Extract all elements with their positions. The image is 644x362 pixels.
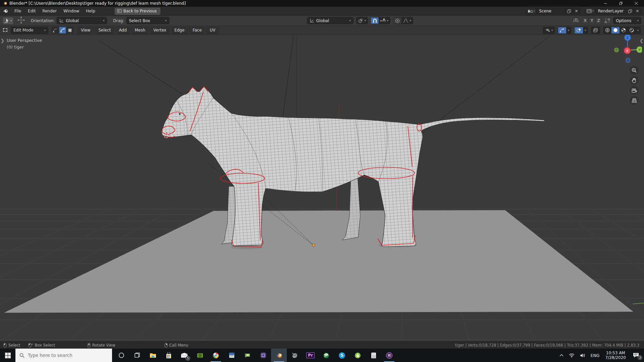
- app-file-explorer[interactable]: [145, 349, 161, 362]
- mode-dropdown[interactable]: Edit Mode ▾: [11, 27, 48, 34]
- scene-copy-button[interactable]: [565, 8, 573, 14]
- snap-toggle[interactable]: [371, 17, 379, 24]
- app-premiere[interactable]: Pr: [303, 349, 318, 362]
- toolbar-expand-chevron[interactable]: ❯: [1, 38, 4, 43]
- editor-type-icon[interactable]: [3, 28, 9, 33]
- app-calculator[interactable]: [366, 349, 381, 362]
- orientation-dropdown[interactable]: Global ▾: [57, 17, 107, 24]
- mouse-right-icon: [164, 343, 168, 348]
- app-chrome[interactable]: [208, 349, 224, 362]
- app-mail[interactable]: 5: [176, 349, 192, 362]
- gizmos-dropdown[interactable]: ▾: [566, 27, 571, 34]
- taskbar-search[interactable]: [15, 349, 112, 362]
- overlays-group: ▾: [574, 27, 588, 34]
- menu-view[interactable]: View: [77, 26, 94, 34]
- language-indicator[interactable]: ENG: [588, 349, 602, 362]
- app-pi-network[interactable]: π: [381, 349, 397, 362]
- back-to-previous-button[interactable]: Back to Previous: [115, 8, 161, 15]
- action-center[interactable]: 3: [629, 349, 643, 362]
- gizmo-axis-z-neg[interactable]: [626, 58, 630, 63]
- search-input[interactable]: [28, 353, 102, 358]
- app-mediainfo[interactable]: [318, 349, 334, 362]
- zoom-tool-button[interactable]: [630, 66, 639, 75]
- shading-dropdown[interactable]: ▾: [636, 27, 640, 34]
- window-title: Blender* [C:\Users\Blender\Desktop\tiger…: [9, 1, 186, 6]
- viewlayer-remove-button[interactable]: ✕: [634, 8, 641, 14]
- scene-unlink-button[interactable]: ✕: [573, 8, 580, 14]
- options-dropdown[interactable]: Options ▾: [613, 17, 641, 24]
- active-tool-button[interactable]: ▾: [3, 17, 13, 24]
- minimize-button[interactable]: [598, 0, 613, 7]
- app-password-safe[interactable]: [350, 349, 366, 362]
- menu-face[interactable]: Face: [189, 26, 205, 34]
- menu-render[interactable]: Render: [39, 7, 60, 15]
- vertex-select-mode-button[interactable]: [52, 27, 59, 34]
- clock[interactable]: 10:53 AM 7/28/2020: [602, 349, 629, 362]
- scene-icon[interactable]: ▾: [526, 8, 537, 14]
- show-gizmos-toggle[interactable]: [558, 27, 566, 34]
- menu-vertex[interactable]: Vertex: [150, 26, 170, 34]
- solid-shading-button[interactable]: [611, 27, 620, 34]
- pan-tool-button[interactable]: [630, 76, 639, 85]
- mirror-z-toggle[interactable]: Z: [595, 17, 602, 24]
- ortho-toggle-button[interactable]: [630, 96, 639, 105]
- app-nvidia[interactable]: [192, 349, 208, 362]
- snap-projection-icon[interactable]: [604, 18, 610, 23]
- mirror-x-toggle[interactable]: X: [582, 17, 588, 24]
- mirror-icon[interactable]: [573, 18, 579, 23]
- show-overlays-toggle[interactable]: [575, 27, 583, 34]
- app-blender[interactable]: [271, 349, 287, 362]
- scene-name[interactable]: Scene: [536, 9, 565, 13]
- menu-mesh[interactable]: Mesh: [131, 26, 149, 34]
- viewlayer-name[interactable]: RenderLayer: [595, 9, 626, 13]
- menu-edge[interactable]: Edge: [171, 26, 188, 34]
- blender-app-icon[interactable]: [3, 9, 8, 13]
- volume-icon[interactable]: [578, 349, 588, 362]
- xray-toggle[interactable]: [591, 27, 600, 34]
- menu-edit[interactable]: Edit: [24, 7, 39, 15]
- start-button[interactable]: [0, 349, 15, 362]
- menu-file[interactable]: File: [11, 7, 24, 15]
- edge-select-mode-button[interactable]: [59, 27, 66, 34]
- viewport-3d[interactable]: User Perspective (0) tiger ❯ ❮ Z Y X: [0, 35, 644, 341]
- overlays-dropdown[interactable]: ▾: [583, 27, 588, 34]
- proportional-falloff-dropdown[interactable]: ▾: [401, 17, 413, 24]
- menu-select[interactable]: Select: [95, 26, 114, 34]
- proportional-edit-toggle[interactable]: [393, 17, 401, 24]
- wifi-icon[interactable]: [567, 349, 577, 362]
- app-cortana[interactable]: [113, 349, 129, 362]
- navigation-gizmo[interactable]: Z Y X: [613, 35, 642, 65]
- move-tool-button[interactable]: [17, 16, 25, 25]
- app-task-view[interactable]: [129, 349, 145, 362]
- tray-chevron-up[interactable]: [557, 349, 566, 362]
- pivot-point-dropdown[interactable]: ▾: [356, 17, 368, 24]
- gizmo-axis-y-neg[interactable]: [614, 48, 619, 52]
- menu-uv[interactable]: UV: [206, 26, 219, 34]
- menu-help[interactable]: Help: [83, 7, 98, 15]
- maximize-button[interactable]: [613, 0, 629, 7]
- app-store[interactable]: [161, 349, 176, 362]
- app-skype[interactable]: S: [334, 349, 350, 362]
- app-piano[interactable]: [224, 349, 239, 362]
- menu-window[interactable]: Window: [60, 7, 83, 15]
- face-select-mode-button[interactable]: [66, 27, 73, 34]
- visibility-dropdown[interactable]: ▾: [543, 27, 555, 34]
- snap-target-dropdown[interactable]: ▾: [379, 17, 390, 24]
- viewlayer-icon[interactable]: ▾: [585, 8, 595, 14]
- grid-icon: [632, 98, 637, 103]
- wireframe-shading-button[interactable]: [603, 27, 611, 34]
- transform-orientation-dropdown[interactable]: Global ▾: [307, 17, 354, 24]
- drag-dropdown[interactable]: Select Box ▾: [126, 17, 169, 24]
- camera-view-button[interactable]: [630, 86, 639, 95]
- mirror-y-toggle[interactable]: Y: [589, 17, 595, 24]
- menu-add[interactable]: Add: [116, 26, 130, 34]
- close-button[interactable]: [629, 0, 644, 7]
- viewport-canvas[interactable]: [0, 35, 644, 341]
- material-shading-button[interactable]: [620, 27, 628, 34]
- rendered-shading-button[interactable]: [628, 27, 636, 34]
- camera-icon: [631, 88, 637, 93]
- app-cpuz[interactable]: [255, 349, 271, 362]
- app-gpuz[interactable]: [239, 349, 255, 362]
- app-gimp[interactable]: [287, 349, 303, 362]
- viewlayer-copy-button[interactable]: [626, 8, 634, 14]
